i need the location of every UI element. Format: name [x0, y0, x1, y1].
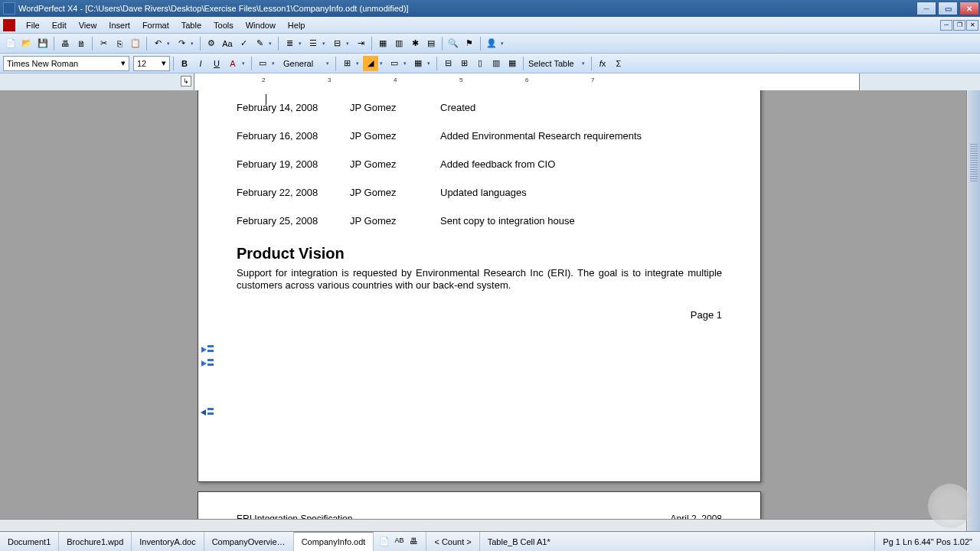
status-icon[interactable]: 📄: [379, 536, 390, 547]
save-icon[interactable]: 💾: [35, 36, 51, 51]
columns-icon[interactable]: ▥: [391, 36, 407, 51]
menu-edit[interactable]: Edit: [46, 19, 73, 31]
text-cursor: [266, 94, 266, 105]
line-icon[interactable]: ▭: [387, 56, 402, 71]
menu-window[interactable]: Window: [240, 19, 282, 31]
indent-icon[interactable]: ⇥: [353, 36, 368, 51]
horizontal-ruler[interactable]: ↳ 2 3 4 5 6 7: [0, 73, 980, 92]
table-row[interactable]: February 14, 2008JP GomezCreated: [237, 102, 722, 113]
watermark-logo: [928, 484, 972, 528]
perfectexpert-icon[interactable]: 👤: [484, 36, 499, 51]
outline-icon[interactable]: ⊟: [329, 36, 345, 51]
formula-icon[interactable]: fx: [595, 56, 610, 71]
toolbar-format: Times New Roman▾ 12▾ B I U A▾ ▭▾ General…: [0, 54, 980, 73]
menu-view[interactable]: View: [73, 19, 103, 31]
status-table[interactable]: Table_B Cell A1*: [480, 532, 876, 551]
menu-table[interactable]: Table: [175, 19, 207, 31]
highlight-icon[interactable]: ✎: [252, 36, 267, 51]
ruler-mark: 6: [525, 77, 528, 83]
paste-icon[interactable]: 📋: [128, 36, 143, 51]
ruler-mark: 3: [328, 77, 331, 83]
select-table-button[interactable]: Select Table: [527, 56, 580, 71]
grid-icon[interactable]: ▦: [410, 56, 426, 71]
minimize-button[interactable]: ─: [916, 2, 936, 15]
menu-file[interactable]: File: [20, 19, 46, 31]
doc-restore-button[interactable]: ❐: [953, 20, 965, 31]
doc-close-button[interactable]: ✕: [966, 20, 978, 31]
ab-icon[interactable]: AB: [394, 536, 405, 547]
table-row[interactable]: February 16, 2008JP GomezAdded Environme…: [237, 130, 722, 142]
table-row[interactable]: February 19, 2008JP GomezAdded feedback …: [237, 158, 722, 170]
open-icon[interactable]: 📂: [19, 36, 34, 51]
quickformat-icon[interactable]: ▭: [255, 56, 270, 71]
redo-icon[interactable]: ↷: [174, 36, 189, 51]
paragraph[interactable]: Support for integration is requested by …: [237, 267, 722, 292]
tab-well[interactable]: ↳: [181, 76, 191, 86]
cell-split-icon[interactable]: ▥: [488, 56, 504, 71]
margin-marker-icon[interactable]: [201, 359, 215, 367]
tab-companyoverview[interactable]: CompanyOvervie…: [204, 532, 294, 551]
menu-tools[interactable]: Tools: [207, 19, 240, 31]
tab-document1[interactable]: Document1: [0, 532, 59, 551]
tab-companyinfo[interactable]: CompanyInfo.odt: [294, 532, 374, 551]
undo-icon[interactable]: ↶: [150, 36, 165, 51]
printer-icon[interactable]: 🖶: [410, 536, 420, 547]
font-size-select[interactable]: 12▾: [133, 56, 170, 71]
tab-brochure[interactable]: Brochure1.wpd: [59, 532, 132, 551]
fill-icon[interactable]: ◢: [363, 56, 378, 71]
styles-icon[interactable]: Aa: [220, 36, 235, 51]
horizontal-scrollbar[interactable]: [0, 519, 966, 531]
table-row[interactable]: February 22, 2008JP GomezUpdated languag…: [237, 187, 722, 198]
print-preview-icon[interactable]: 🗎: [74, 36, 89, 51]
underline-button[interactable]: U: [209, 56, 224, 71]
autoformat-icon[interactable]: ⚙: [204, 36, 219, 51]
zoom-icon[interactable]: 🔍: [446, 36, 461, 51]
toolbar-main: 📄 📂 💾 🖶 🗎 ✂ ⎘ 📋 ↶▾ ↷▾ ⚙ Aa ✓ ✎▾ ≣▾ ☰▾ ⊟▾…: [0, 34, 980, 54]
table-insert-icon[interactable]: ▦: [375, 36, 390, 51]
numbering-icon[interactable]: ☰: [305, 36, 321, 51]
cell-merge-icon[interactable]: ▯: [472, 56, 488, 71]
bold-button[interactable]: B: [177, 56, 192, 71]
table-row[interactable]: February 25, 2008JP GomezSent copy to in…: [237, 215, 722, 227]
print-icon[interactable]: 🖶: [57, 36, 73, 51]
margin-marker-icon[interactable]: [201, 408, 215, 416]
textbox-icon[interactable]: ✱: [407, 36, 423, 51]
reveal-codes-icon[interactable]: ⚑: [462, 36, 477, 51]
menu-bar: File Edit View Insert Format Table Tools…: [0, 17, 980, 34]
maximize-button[interactable]: ▭: [938, 2, 958, 15]
font-name-select[interactable]: Times New Roman▾: [3, 56, 129, 71]
close-button[interactable]: ✕: [959, 2, 979, 15]
ruler-mark: 7: [591, 77, 594, 83]
spellcheck-icon[interactable]: ✓: [236, 36, 251, 51]
new-icon[interactable]: 📄: [3, 36, 18, 51]
menu-format[interactable]: Format: [136, 19, 175, 31]
right-pane-handle[interactable]: [968, 90, 980, 531]
wp-icon: [3, 19, 15, 31]
window-titlebar: WordPerfect X4 - [C:\Users\Dave Rivers\D…: [0, 0, 980, 17]
page-1[interactable]: February 14, 2008JP GomezCreated Februar…: [198, 90, 761, 482]
row-insert-icon[interactable]: ⊟: [440, 56, 456, 71]
bullets-icon[interactable]: ≣: [282, 36, 297, 51]
ruler-mark: 2: [262, 77, 265, 83]
copy-icon[interactable]: ⎘: [112, 36, 127, 51]
status-count[interactable]: < Count >: [426, 532, 479, 551]
document-workspace[interactable]: February 14, 2008JP GomezCreated Februar…: [0, 90, 980, 531]
cell-format-icon[interactable]: ▦: [505, 56, 520, 71]
window-title: WordPerfect X4 - [C:\Users\Dave Rivers\D…: [18, 4, 409, 13]
border-icon[interactable]: ⊞: [339, 56, 354, 71]
style-select[interactable]: General: [280, 56, 325, 71]
doc-minimize-button[interactable]: ─: [940, 20, 952, 31]
col-insert-icon[interactable]: ⊞: [456, 56, 472, 71]
menu-insert[interactable]: Insert: [103, 19, 136, 31]
status-position[interactable]: Pg 1 Ln 6.44" Pos 1.02": [875, 532, 980, 551]
chart-icon[interactable]: ▤: [423, 36, 439, 51]
app-icon: [3, 2, 15, 15]
margin-marker-icon[interactable]: [201, 345, 215, 353]
font-color-icon[interactable]: A: [225, 56, 240, 71]
menu-help[interactable]: Help: [282, 19, 312, 31]
sum-icon[interactable]: Σ: [611, 56, 626, 71]
cut-icon[interactable]: ✂: [96, 36, 111, 51]
tab-inventory[interactable]: InventoryA.doc: [132, 532, 204, 551]
heading-product-vision[interactable]: Product Vision: [237, 245, 722, 262]
italic-button[interactable]: I: [193, 56, 208, 71]
